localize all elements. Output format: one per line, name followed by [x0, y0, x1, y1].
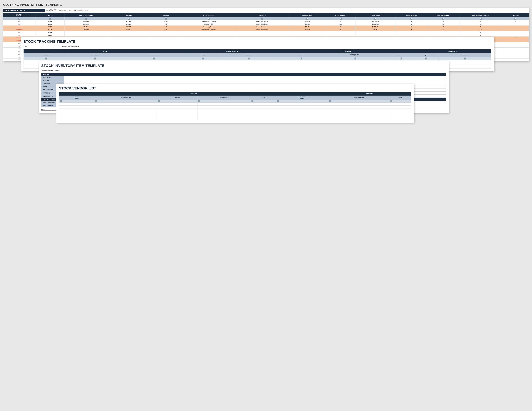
col-stock-location: STOCK LOCATION [182, 13, 235, 17]
main-title: CLOTHING INVENTORY LIST TEMPLATE [3, 3, 529, 7]
filter-reorder-level[interactable]: ▼ [395, 17, 427, 20]
col-web-link: WEB LINK [157, 96, 198, 100]
tracking-sub-header: ITEM NO. ITEM NAME DESCRIPTION AREA SHEL… [24, 53, 491, 57]
employee-signature-label: EMPLOYEE SIGNATURE [62, 45, 95, 47]
col-lead-time: LEAD TIME INDAYS [276, 96, 328, 100]
col-cost-per-item: COST PER ITEM [289, 13, 326, 17]
filter-stock-qty[interactable]: ▼ [326, 17, 355, 20]
tf4[interactable]: ▼ [186, 57, 219, 60]
col-product-name: PRODUCT NAME [95, 96, 157, 100]
table-row [59, 111, 411, 114]
group-stock-location: STOCK LOCATION [186, 49, 279, 53]
table-row [59, 106, 411, 108]
col-reorder-level: REORDER LEVEL [395, 13, 427, 17]
vf8[interactable]: ▼ [390, 100, 411, 103]
vendor-group-header: VENDOR CONTACT [59, 92, 411, 96]
tf1[interactable]: ▼ [24, 57, 68, 60]
col-track-description: DESCRIPTION [122, 53, 186, 57]
filter-item-no[interactable]: ▼ [35, 17, 65, 20]
col-total-value: TOTAL VALUE [355, 13, 395, 17]
item-info-header: ITEM INFO [41, 73, 446, 76]
date-signature-line: DATE EMPLOYEE SIGNATURE [24, 45, 491, 47]
tf9[interactable]: ▼ [414, 57, 438, 60]
tf3[interactable]: ▼ [122, 57, 186, 60]
col-contact-name: CONTACT NAME [328, 96, 390, 100]
filter-total[interactable]: ▼ [355, 17, 395, 20]
vendor-filter-row: ▼ ▼ ▼ ▼ ▼ ▼ ▼ ▼ [59, 100, 411, 103]
group-purchase: PURCHASE [279, 49, 414, 53]
vf1[interactable]: ▼ [59, 100, 95, 103]
col-item-no: ITEM NO. [35, 13, 65, 17]
filter-desc[interactable]: ▼ [235, 17, 289, 20]
contact-group-label: CONTACT [328, 92, 411, 96]
date-label: DATE [24, 45, 56, 47]
field-value-item-no[interactable] [64, 79, 446, 82]
tracking-filter-row: ▼ ▼ ▼ ▼ ▼ ▼ ▼ ▼ ▼ ▼ [24, 57, 491, 60]
group-inventory: INVENTORY [414, 49, 491, 53]
stock-tracking-title: STOCK TRACKING TEMPLATE [24, 39, 491, 44]
tf6[interactable]: ▼ [279, 57, 322, 60]
vendor-sub-header: VENDORNAME PRODUCT NAME WEB LINK DESCRIP… [59, 96, 411, 100]
col-item-disc: ITEM DISC [502, 13, 529, 17]
table-row: REORDER D123 5/20/2016 ITEM D Cole Store… [3, 28, 529, 31]
col-track-item-no: ITEM NO. [24, 53, 68, 57]
group-item: ITEM [24, 49, 186, 53]
col-track-shelf: SHELF / BIN [219, 53, 279, 57]
vendor-table: VENDOR CONTACT VENDORNAME PRODUCT NAME W… [59, 92, 411, 120]
vf4[interactable]: ▼ [198, 100, 251, 103]
tf5[interactable]: ▼ [219, 57, 279, 60]
vf7[interactable]: ▼ [328, 100, 390, 103]
table-row: REORDER C123 5/20/2016 ITEM C Cole Basem… [3, 26, 529, 28]
filter-reorder-qty[interactable]: ▼ [459, 17, 502, 20]
filter-date[interactable]: ▼ [65, 17, 107, 20]
tracking-group-header: ITEM STOCK LOCATION PURCHASE INVENTORY [24, 49, 491, 53]
col-item-name: ITEM NAME [107, 13, 150, 17]
table-row [59, 114, 411, 117]
filter-days[interactable]: ▼ [427, 17, 459, 20]
col-cost: COST [251, 96, 276, 100]
field-item-name: ITEM NAME [41, 76, 446, 79]
vf3[interactable]: ▼ [157, 100, 198, 103]
filter-cost[interactable]: ▼ [289, 17, 326, 20]
table-row [59, 108, 411, 111]
col-track-item-area: ITEM AREA [438, 53, 491, 57]
total-inventory-value: $13,550.00 [45, 9, 57, 12]
total-inventory-note: *Based upon TOTAL VALUE fields, below. [57, 9, 89, 11]
filter-location[interactable]: ▼ [182, 17, 235, 20]
table-row [59, 103, 411, 106]
table-row: OK E123 100 [3, 31, 529, 34]
col-track-vendor: VENDOR [279, 53, 322, 57]
table-row: OK A123 5/20/2016 ITEM A Cole Store Room… [3, 20, 529, 23]
col-description: DESCRIPTION [235, 13, 289, 17]
vf6[interactable]: ▼ [276, 100, 328, 103]
col-track-qty: QTY [414, 53, 438, 57]
filter-reorder[interactable]: ▼ [3, 17, 36, 20]
field-item-no: ITEM NO. [41, 79, 446, 82]
vendor-list-title: STOCK VENDOR LIST [59, 86, 411, 90]
filter-disc[interactable]: ▼ [502, 17, 529, 20]
tf10[interactable]: ▼ [438, 57, 491, 60]
col-vendor: VENDOR [150, 13, 182, 17]
inventory-header-row: REORDER(auto fill) ITEM NO. DATE OF LAST… [3, 13, 529, 17]
tf8[interactable]: ▼ [387, 57, 414, 60]
vf5[interactable]: ▼ [251, 100, 276, 103]
col-vendor-name: VENDORNAME [59, 96, 95, 100]
inventory-filter-row: ▼ ▼ ▼ ▼ ▼ ▼ ▼ ▼ ▼ ▼ ▼ ▼ ▼ ▼ [3, 17, 529, 20]
total-inventory-label: TOTAL INVENTORY VALUE [3, 9, 45, 12]
vf2[interactable]: ▼ [95, 100, 157, 103]
col-stock-qty: STOCK QUANTITY [326, 13, 355, 17]
field-value-item-name[interactable] [64, 76, 446, 79]
tf2[interactable]: ▼ [68, 57, 122, 60]
col-days-per-reorder: DAYS PER REORDER [427, 13, 459, 17]
stock-inventory-title: STOCK INVENTORY ITEM TEMPLATE [41, 64, 446, 68]
col-track-unit: UNIT [387, 53, 414, 57]
col-vendor-description: DESCRIPTION [198, 96, 251, 100]
field-label-item-name: ITEM NAME [41, 76, 64, 79]
table-row: OK F123 20 [3, 34, 529, 37]
col-track-area: AREA [186, 53, 219, 57]
col-track-vendor-item: VENDOR ITEMNO. [322, 53, 387, 57]
filter-vendor[interactable]: ▼ [150, 17, 182, 20]
filter-name[interactable]: ▼ [107, 17, 150, 20]
tf7[interactable]: ▼ [322, 57, 387, 60]
item-info-label: ITEM INFO [41, 73, 446, 76]
